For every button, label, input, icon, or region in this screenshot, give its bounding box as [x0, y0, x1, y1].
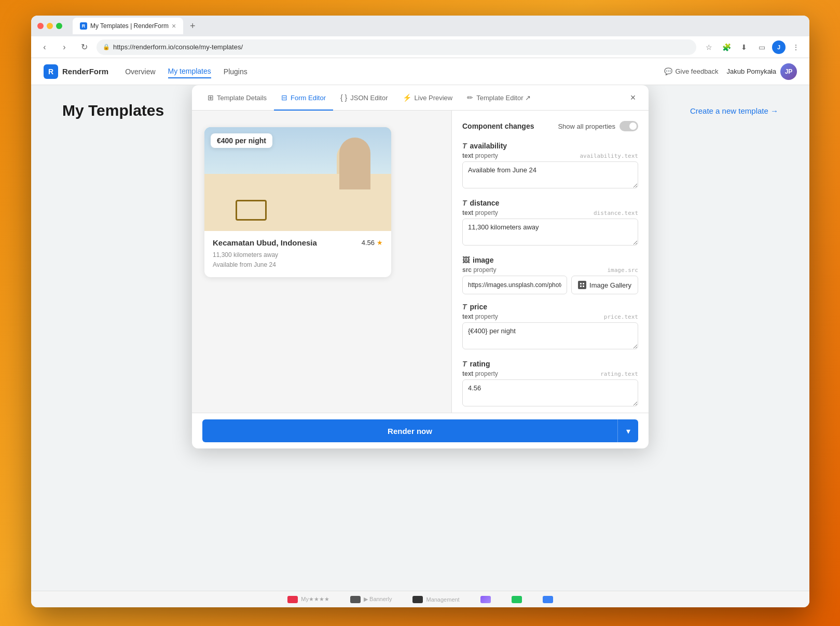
nav-overview[interactable]: Overview [125, 65, 155, 78]
price-field-section: T price text property price.text {€400} … [462, 303, 638, 351]
availability-label: availability [470, 142, 507, 150]
tab-json-editor-label: JSON Editor [350, 94, 388, 102]
browser-tab[interactable]: R My Templates | RenderForm × [73, 18, 183, 34]
create-template-link[interactable]: Create a new template → [690, 106, 778, 115]
availability-field-key: availability.text [580, 153, 638, 159]
svg-rect-2 [580, 285, 582, 287]
image-url-input[interactable] [462, 276, 567, 294]
distance-input[interactable]: 11,300 kilometers away [462, 219, 638, 246]
bottom-bar: My★★★★ ▶ Bannerly Management [31, 591, 809, 607]
text-type-icon-3: T [462, 303, 467, 311]
extensions-icon[interactable]: 🧩 [719, 40, 734, 55]
svg-rect-3 [583, 285, 584, 287]
tab-form-editor[interactable]: ⊟ Form Editor [274, 85, 333, 110]
app-header: R RenderForm Overview My templates Plugi… [31, 58, 809, 85]
show-all-toggle[interactable] [619, 121, 638, 131]
nav-plugins[interactable]: Plugins [224, 65, 247, 78]
price-input[interactable]: {€400} per night [462, 322, 638, 349]
url-text: https://renderform.io/console/my-templat… [113, 43, 243, 51]
tab-template-editor[interactable]: ✏ Template Editor ↗ [460, 85, 538, 110]
close-window-button[interactable] [37, 23, 44, 29]
maximize-window-button[interactable] [56, 23, 62, 29]
render-now-button[interactable]: Render now [202, 419, 617, 442]
forward-button[interactable]: › [57, 40, 72, 55]
cast-icon[interactable]: ▭ [754, 40, 769, 55]
star-icon: ★ [377, 239, 383, 247]
feedback-icon: 💬 [664, 67, 672, 75]
distance-label: distance [470, 199, 500, 207]
tab-live-preview-label: Live Preview [415, 94, 453, 102]
tab-template-editor-label: Template Editor ↗ [476, 94, 531, 102]
bottom-item-label-1: My★★★★ [301, 596, 329, 603]
svg-rect-0 [580, 283, 582, 284]
app-nav: Overview My templates Plugins [125, 65, 664, 78]
feedback-label: Give feedback [676, 67, 719, 75]
image-field-title: 🖼 image [462, 256, 638, 264]
price-badge-text: €400 per night [217, 137, 266, 145]
reload-button[interactable]: ↻ [77, 40, 91, 55]
price-field-key: price.text [604, 314, 638, 320]
bottom-item-4 [480, 596, 491, 603]
distance-field-section: T distance text property distance.text 1… [462, 199, 638, 248]
price-field-title: T price [462, 303, 638, 311]
image-field-row: Image Gallery [462, 276, 638, 294]
rating-field-key: rating.text [600, 371, 638, 377]
price-badge: €400 per night [211, 133, 272, 148]
tab-live-preview[interactable]: ⚡ Live Preview [395, 85, 460, 110]
image-gallery-label: Image Gallery [589, 281, 631, 289]
dome-decoration [337, 143, 365, 189]
bottom-logo-4 [480, 596, 491, 603]
card-meta: 11,300 kilometers away Available from Ju… [213, 250, 383, 270]
bottom-logo-3 [412, 596, 423, 603]
tab-template-details[interactable]: ⊞ Template Details [200, 85, 274, 110]
bottom-item-label-3: Management [426, 596, 459, 603]
bottom-logo-6 [543, 596, 553, 603]
browser-window: R My Templates | RenderForm × + ‹ › ↻ 🔒 … [31, 16, 809, 607]
rating-input[interactable]: 4.56 [462, 379, 638, 406]
tab-favicon: R [80, 22, 87, 30]
minimize-window-button[interactable] [47, 23, 53, 29]
live-preview-icon: ⚡ [403, 93, 411, 102]
image-gallery-button[interactable]: Image Gallery [571, 276, 638, 294]
tab-form-editor-label: Form Editor [291, 94, 326, 102]
rating-field-type: text property [462, 370, 498, 377]
image-label: image [473, 256, 493, 264]
json-editor-icon: { } [340, 93, 347, 102]
url-bar[interactable]: 🔒 https://renderform.io/console/my-templ… [97, 39, 696, 55]
card-image-container: €400 per night [204, 127, 391, 231]
rating-field-meta: text property rating.text [462, 370, 638, 377]
availability-input[interactable]: Available from June 24 [462, 161, 638, 188]
nav-my-templates[interactable]: My templates [168, 65, 211, 78]
card-content: Kecamatan Ubud, Indonesia 4.56 ★ 11,300 … [204, 231, 391, 277]
more-options-icon[interactable]: ⋮ [789, 40, 803, 55]
download-icon[interactable]: ⬇ [737, 40, 751, 55]
new-tab-button[interactable]: + [185, 19, 200, 33]
user-avatar[interactable]: JP [780, 63, 797, 80]
template-details-icon: ⊞ [208, 93, 214, 102]
bookmark-star-icon[interactable]: ☆ [701, 40, 716, 55]
availability-field-type: text property [462, 152, 498, 159]
rating-field-title: T rating [462, 360, 638, 368]
feedback-button[interactable]: 💬 Give feedback [664, 67, 719, 75]
profile-avatar[interactable]: J [772, 40, 786, 54]
modal-body: €400 per night Kecamatan Ubud, Indonesia… [192, 111, 649, 413]
address-bar: ‹ › ↻ 🔒 https://renderform.io/console/my… [31, 36, 809, 58]
app-logo: R RenderForm [44, 64, 108, 79]
bottom-item-5 [512, 596, 522, 603]
image-field-section: 🖼 image src property image.src [462, 256, 638, 294]
distance-field-key: distance.text [594, 210, 638, 216]
title-bar: R My Templates | RenderForm × + [31, 16, 809, 36]
form-pane-header: Component changes Show all properties [462, 121, 638, 131]
back-button[interactable]: ‹ [37, 40, 52, 55]
render-button-row: Render now ▾ [192, 413, 649, 448]
render-dropdown-button[interactable]: ▾ [617, 419, 638, 442]
logo-text: RenderForm [62, 67, 108, 76]
distance-field-meta: text property distance.text [462, 209, 638, 216]
text-type-icon-4: T [462, 360, 467, 368]
modal-tabs: ⊞ Template Details ⊟ Form Editor { } JSO… [192, 85, 649, 111]
tab-close-button[interactable]: × [172, 22, 176, 30]
svg-rect-1 [583, 283, 584, 284]
tab-json-editor[interactable]: { } JSON Editor [333, 85, 395, 110]
price-field-meta: text property price.text [462, 313, 638, 320]
modal-close-button[interactable]: × [626, 90, 640, 105]
